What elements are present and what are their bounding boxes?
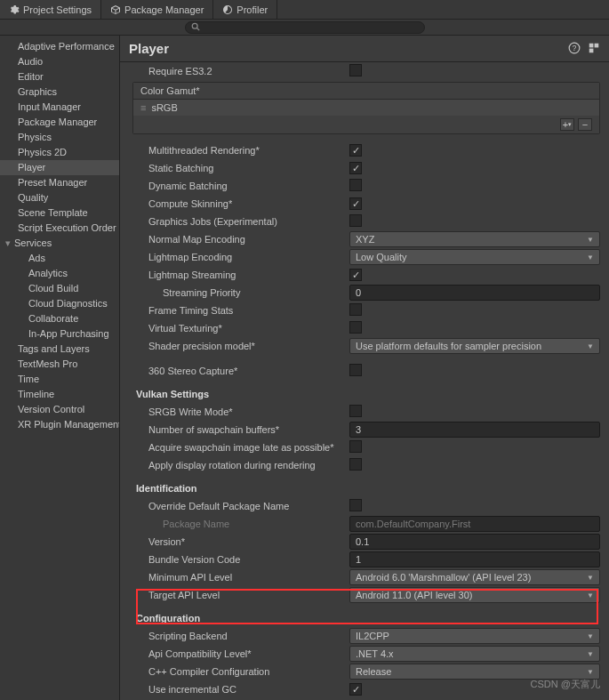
acquire-late-checkbox[interactable] — [349, 440, 362, 453]
sidebar-item[interactable]: Quality — [0, 190, 119, 205]
shader-precision-dropdown[interactable]: Use platform defaults for sampler precis… — [349, 338, 600, 354]
tab-project-settings[interactable]: Project Settings — [0, 0, 101, 19]
field-label: Bundle Version Code — [148, 554, 349, 565]
field-label: Apply display rotation during rendering — [148, 460, 349, 471]
sidebar-item[interactable]: Input Manager — [0, 100, 119, 115]
tab-label: Package Manager — [124, 4, 204, 15]
override-package-checkbox[interactable] — [349, 499, 362, 511]
apply-rotation-checkbox[interactable] — [349, 458, 362, 471]
package-icon — [110, 4, 121, 15]
field-label: Acquire swapchain image late as possible… — [148, 442, 349, 453]
require-es32-checkbox[interactable] — [349, 64, 362, 76]
sidebar-item[interactable]: Version Control — [0, 402, 119, 417]
tab-label: Project Settings — [23, 4, 92, 15]
graphics-jobs-checkbox[interactable] — [349, 214, 362, 227]
field-label: Streaming Priority — [163, 287, 349, 298]
field-label: 360 Stereo Capture* — [148, 366, 349, 376]
sidebar-item[interactable]: Editor — [0, 69, 119, 84]
chevron-down-icon: ▼ — [587, 236, 594, 244]
chevron-down-icon: ▼ — [587, 632, 594, 640]
sidebar-item[interactable]: Ads — [0, 251, 119, 266]
remove-button[interactable]: − — [578, 118, 592, 131]
version-input[interactable]: 0.1 — [349, 534, 600, 550]
tab-profiler[interactable]: Profiler — [213, 0, 277, 19]
sidebar-item-player[interactable]: Player — [0, 160, 119, 175]
lightmap-streaming-checkbox[interactable] — [349, 269, 362, 281]
incremental-gc-checkbox[interactable] — [349, 683, 362, 696]
field-label: Use incremental GC — [148, 684, 349, 695]
multithreaded-checkbox[interactable] — [349, 144, 362, 157]
srgb-write-checkbox[interactable] — [349, 405, 362, 417]
sidebar-item[interactable]: Physics 2D — [0, 145, 119, 160]
sidebar-item[interactable]: Audio — [0, 54, 119, 69]
svg-rect-6 — [589, 48, 594, 52]
sidebar-item[interactable]: Physics — [0, 130, 119, 145]
field-label: Number of swapchain buffers* — [148, 424, 349, 435]
field-label: Virtual Texturing* — [148, 323, 349, 334]
drag-handle-icon: ≡ — [140, 102, 146, 113]
field-label: Api Compatibility Level* — [148, 648, 349, 659]
sidebar-item[interactable]: Adaptive Performance — [0, 39, 119, 54]
sidebar-item-services[interactable]: ▾Services — [0, 236, 119, 251]
sidebar-item[interactable]: Package Manager — [0, 115, 119, 130]
min-api-dropdown[interactable]: Android 6.0 'Marshmallow' (API level 23)… — [349, 569, 600, 585]
field-label: Override Default Package Name — [148, 501, 349, 511]
tab-label: Profiler — [236, 4, 268, 15]
gear-icon — [9, 4, 20, 15]
add-button[interactable]: +▾ — [560, 118, 574, 131]
field-label: Static Batching — [148, 163, 349, 173]
sidebar-item[interactable]: Analytics — [0, 266, 119, 281]
help-icon[interactable]: ? — [568, 42, 581, 56]
settings-sidebar: Adaptive Performance Audio Editor Graphi… — [0, 36, 120, 700]
tab-package-manager[interactable]: Package Manager — [101, 0, 213, 19]
svg-rect-4 — [589, 43, 594, 47]
sidebar-item[interactable]: Scene Template — [0, 205, 119, 221]
streaming-priority-input[interactable]: 0 — [349, 285, 600, 301]
compute-skinning-checkbox[interactable] — [349, 197, 362, 210]
lightmap-encoding-dropdown[interactable]: Low Quality▼ — [349, 249, 600, 265]
chevron-down-icon: ▼ — [587, 591, 594, 599]
sidebar-item[interactable]: Preset Manager — [0, 175, 119, 190]
sidebar-item[interactable]: Graphics — [0, 84, 119, 100]
sidebar-item[interactable]: Script Execution Order — [0, 221, 119, 236]
sidebar-item[interactable]: Collaborate — [0, 311, 119, 326]
api-compat-dropdown[interactable]: .NET 4.x▼ — [349, 646, 600, 662]
package-name-input: com.DefaultCompany.First — [349, 516, 600, 532]
sidebar-item[interactable]: Timeline — [0, 387, 119, 402]
chevron-down-icon: ▼ — [587, 668, 594, 676]
stereo-capture-checkbox[interactable] — [349, 364, 362, 376]
search-input[interactable] — [185, 21, 425, 34]
virtual-texturing-checkbox[interactable] — [349, 321, 362, 334]
sidebar-item[interactable]: XR Plugin Management — [0, 417, 119, 432]
normal-map-dropdown[interactable]: XYZ▼ — [349, 231, 600, 247]
field-label: Minimum API Level — [148, 572, 349, 583]
list-item[interactable]: ≡sRGB — [133, 100, 599, 116]
sidebar-item[interactable]: Cloud Build — [0, 281, 119, 296]
chevron-down-icon: ▼ — [587, 650, 594, 658]
field-label: Multithreaded Rendering* — [148, 145, 349, 156]
static-batching-checkbox[interactable] — [349, 162, 362, 174]
field-label: Shader precision model* — [148, 341, 349, 351]
swapchain-buffers-input[interactable]: 3 — [349, 422, 600, 438]
sidebar-item[interactable]: In-App Purchasing — [0, 326, 119, 342]
field-label: Compute Skinning* — [148, 198, 349, 209]
dynamic-batching-checkbox[interactable] — [349, 179, 362, 191]
settings-icon[interactable] — [588, 42, 600, 56]
svg-line-1 — [196, 28, 199, 30]
sidebar-item[interactable]: TextMesh Pro — [0, 357, 119, 372]
scripting-backend-dropdown[interactable]: IL2CPP▼ — [349, 628, 600, 644]
field-label: Lightmap Encoding — [148, 252, 349, 262]
sidebar-item[interactable]: Time — [0, 372, 119, 387]
field-label: Normal Map Encoding — [148, 234, 349, 245]
field-label: Version* — [148, 536, 349, 547]
bundle-code-input[interactable]: 1 — [349, 551, 600, 567]
identification-section-header: Identification — [120, 479, 609, 497]
color-gamut-label: Color Gamut* — [133, 83, 599, 100]
svg-text:?: ? — [573, 44, 577, 52]
sidebar-item[interactable]: Tags and Layers — [0, 342, 119, 357]
chevron-down-icon: ▼ — [587, 342, 594, 350]
watermark: CSDN @天富儿 — [531, 678, 600, 691]
target-api-dropdown[interactable]: Android 11.0 (API level 30)▼ — [349, 587, 600, 603]
frame-timing-checkbox[interactable] — [349, 303, 362, 316]
sidebar-item[interactable]: Cloud Diagnostics — [0, 296, 119, 311]
